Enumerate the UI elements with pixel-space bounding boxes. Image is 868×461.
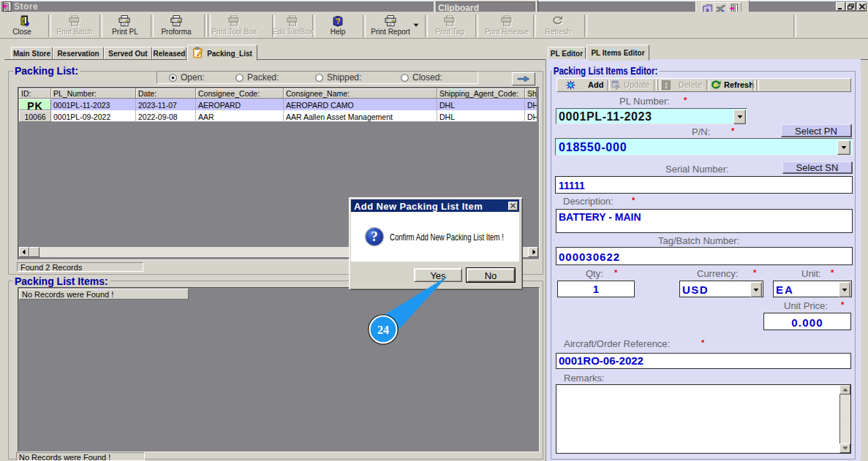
svg-text:24: 24: [377, 324, 389, 336]
svg-text:?: ?: [336, 18, 340, 26]
svg-text:?: ?: [371, 229, 378, 244]
